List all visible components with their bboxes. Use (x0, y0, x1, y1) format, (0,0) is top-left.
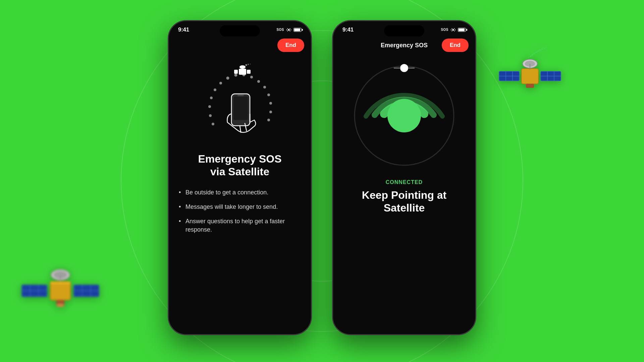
svg-point-31 (208, 105, 211, 108)
bullet-1: Be outside to get a connection. (179, 188, 301, 197)
phones-container: 9:41 SOS (0, 0, 644, 362)
phone1-text-container: Emergency SOS via Satellite Be outside t… (169, 153, 311, 240)
svg-point-55 (250, 64, 251, 65)
svg-point-30 (209, 114, 212, 117)
dynamic-island-right (384, 25, 424, 37)
phone1-content: End (169, 21, 311, 334)
svg-rect-49 (234, 70, 238, 74)
svg-rect-50 (247, 70, 251, 74)
svg-point-33 (214, 88, 216, 91)
bullet-2: Messages will take longer to send. (179, 203, 301, 211)
satellite-top-icon (234, 64, 251, 75)
svg-point-36 (234, 74, 237, 77)
satellite-signal-icon-left (286, 27, 291, 33)
battery-icon-right (458, 28, 466, 32)
phone-right: 9:41 SOS (332, 20, 476, 335)
svg-point-54 (248, 64, 249, 65)
svg-point-39 (257, 80, 260, 83)
svg-rect-47 (237, 95, 244, 96)
phone1-bullets: Be outside to get a connection. Messages… (179, 188, 301, 234)
battery-icon-left (293, 28, 302, 32)
status-icons-right: SOS (441, 27, 466, 33)
arc-dots-svg (193, 60, 287, 144)
svg-point-58 (387, 99, 421, 132)
svg-point-59 (400, 64, 408, 72)
phone1-title: Emergency SOS via Satellite (179, 153, 301, 178)
status-icons-left: SOS (276, 27, 302, 33)
svg-point-43 (269, 111, 272, 113)
status-time-right: 9:41 (342, 26, 354, 33)
svg-point-53 (246, 64, 247, 66)
phone2-content: Emergency SOS End (333, 21, 475, 334)
svg-point-32 (210, 97, 213, 99)
satellite-signal-icon-right (450, 27, 456, 33)
satellite-graphic (193, 59, 287, 146)
svg-point-34 (219, 82, 222, 84)
phone-left: 9:41 SOS (168, 20, 312, 335)
phone2-bottom: CONNECTED Keep Pointing at Satellite (352, 179, 457, 215)
svg-point-41 (267, 94, 270, 96)
phone2-header-title: Emergency SOS (360, 42, 442, 49)
end-button-right[interactable]: End (442, 39, 469, 52)
sos-badge-left: SOS (276, 28, 284, 32)
keep-pointing-text: Keep Pointing at Satellite (362, 189, 446, 215)
signal-container (351, 62, 458, 169)
connected-label: CONNECTED (362, 179, 446, 185)
svg-point-29 (212, 123, 214, 125)
sos-badge-right: SOS (441, 28, 448, 32)
svg-point-42 (269, 102, 272, 105)
svg-point-40 (263, 86, 266, 88)
svg-rect-46 (233, 97, 248, 120)
status-time-left: 9:41 (178, 26, 189, 33)
dynamic-island-left (220, 25, 260, 37)
bullet-3: Answer questions to help get a faster re… (179, 217, 301, 234)
svg-point-38 (250, 76, 253, 78)
svg-point-44 (267, 119, 270, 121)
svg-point-35 (226, 77, 229, 80)
signal-svg (351, 62, 458, 169)
end-button-left[interactable]: End (277, 39, 304, 52)
svg-rect-48 (239, 69, 246, 75)
